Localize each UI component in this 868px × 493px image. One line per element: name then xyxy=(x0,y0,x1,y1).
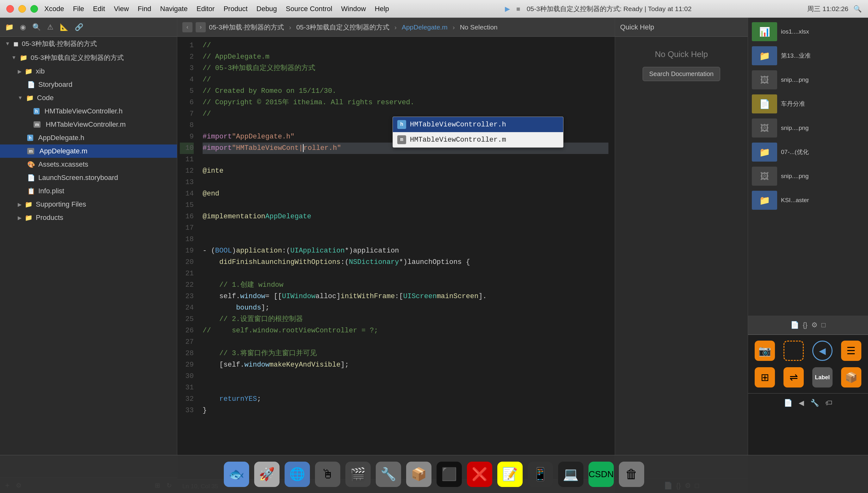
file-thumb-6: 🖼 xyxy=(752,167,777,186)
dock-csdn[interactable]: CSDN xyxy=(589,462,614,487)
obj-bottom-wrench-icon[interactable]: 🔧 xyxy=(810,399,819,407)
sidebar-source-icon[interactable]: ◉ xyxy=(20,23,26,31)
dock-simulator[interactable]: 📱 xyxy=(528,462,553,487)
nav-back-button[interactable]: ‹ xyxy=(182,22,192,32)
dock: 🐟 🚀 🌐 🖱 🎬 🔧 📦 ⬛ ❌ 📝 📱 💻 CSDN 🗑 xyxy=(0,455,868,493)
menu-edit[interactable]: Edit xyxy=(93,5,105,13)
breadcrumb-part2[interactable]: 05-3种加载自定义控制器的方式 xyxy=(296,23,389,32)
search-icon[interactable]: 🔍 xyxy=(853,5,862,13)
obj-item-list[interactable]: ☰ xyxy=(837,338,865,363)
close-button[interactable] xyxy=(6,5,14,13)
obj-bottom-doc-icon[interactable]: 📄 xyxy=(784,399,792,407)
dock-vnc[interactable]: 💻 xyxy=(558,462,584,487)
sidebar-item-root[interactable]: ▼ ◼ 05-3种加载·控制器的方式 xyxy=(0,37,177,51)
menu-debug[interactable]: Debug xyxy=(256,5,277,13)
breadcrumb-part4[interactable]: No Selection xyxy=(460,23,498,31)
sidebar-folder-icon[interactable]: 📁 xyxy=(5,23,14,31)
sidebar-products-label: Products xyxy=(36,214,63,222)
sidebar-item-supporting-files[interactable]: ▶ 📁 Supporting Files xyxy=(0,198,177,211)
menu-help[interactable]: Help xyxy=(375,5,389,13)
dock-terminal[interactable]: ⬛ xyxy=(436,462,462,487)
sidebar-item-appdelegate-h[interactable]: h AppDelegate.h xyxy=(0,131,177,145)
menu-product[interactable]: Product xyxy=(224,5,248,13)
obj-item-back[interactable]: ◀ xyxy=(809,338,836,363)
menu-find[interactable]: Find xyxy=(138,5,151,13)
obj-code-icon[interactable]: {} xyxy=(803,321,807,329)
file-item-4[interactable]: 🖼 snip....png xyxy=(748,116,868,140)
breadcrumb-part3[interactable]: AppDelegate.m xyxy=(402,23,448,31)
sidebar-item-infoplist[interactable]: 📋 Info.plist xyxy=(0,185,177,198)
sidebar-project-label: 05-3种加载自定义控制器的方式 xyxy=(31,53,124,62)
dock-launchpad[interactable]: 🚀 xyxy=(254,462,279,487)
sidebar-root-label: 05-3种加载·控制器的方式 xyxy=(22,39,97,48)
dock-safari[interactable]: 🌐 xyxy=(284,462,310,487)
file-item-7[interactable]: 📁 KSI...aster xyxy=(748,189,868,212)
dock-xmind[interactable]: ❌ xyxy=(467,462,492,487)
obj-item-dashed-rect[interactable] xyxy=(780,338,807,363)
sidebar-item-appdelegate-m[interactable]: m AppDelegate.m xyxy=(0,145,177,158)
file-item-3[interactable]: 📄 车丹分准 xyxy=(748,92,868,115)
obj-file-icon[interactable]: 📄 xyxy=(791,321,799,329)
menu-source-control[interactable]: Source Control xyxy=(286,5,333,13)
file-item-1[interactable]: 📁 第13...业准 xyxy=(748,44,868,67)
sidebar-item-code[interactable]: ▼ 📁 Code xyxy=(0,91,177,105)
menu-xcode[interactable]: Xcode xyxy=(44,5,64,13)
sidebar-warning-icon[interactable]: ⚠ xyxy=(47,23,53,31)
search-documentation-button[interactable]: Search Documentation xyxy=(643,67,720,81)
obj-item-label[interactable]: Label xyxy=(809,365,836,390)
menu-editor[interactable]: Editor xyxy=(197,5,214,13)
code-line-23: self.window = [[UIWindow alloc] initWith… xyxy=(203,291,609,302)
sidebar-supporting-files-label: Supporting Files xyxy=(36,200,86,209)
dock-trash[interactable]: 🗑 xyxy=(619,462,644,487)
code-editor[interactable]: // // AppDelegate.m // 05-3种加载自定义控制器的方式 … xyxy=(196,37,615,479)
run-button[interactable]: ▶ xyxy=(505,5,510,13)
sidebar-item-hmtvc-h[interactable]: h HMTableViewController.h xyxy=(0,105,177,118)
sidebar-search-icon[interactable]: 🔍 xyxy=(32,23,41,31)
obj-bottom-back-icon[interactable]: ◀ xyxy=(799,399,804,407)
obj-bottom-tag-icon[interactable]: 🏷 xyxy=(825,399,832,407)
obj-item-toggle[interactable]: ⇌ xyxy=(780,365,807,390)
autocomplete-item-0[interactable]: h HMTableViewController.h xyxy=(393,117,563,132)
dock-notes[interactable]: 📝 xyxy=(497,462,523,487)
sidebar-item-hmtvc-m[interactable]: m HMTableViewController.m xyxy=(0,118,177,131)
sidebar-item-assets[interactable]: 🎨 Assets.xcassets xyxy=(0,158,177,171)
sidebar-item-products[interactable]: ▶ 📁 Products xyxy=(0,211,177,224)
obj-item-camera[interactable]: 📷 xyxy=(751,338,779,363)
stop-button[interactable]: ■ xyxy=(516,5,520,13)
file-item-2[interactable]: 🖼 snip....png xyxy=(748,68,868,91)
sidebar-item-project[interactable]: ▼ 📁 05-3种加载自定义控制器的方式 xyxy=(0,51,177,65)
file-item-5[interactable]: 📁 07-...(优化 xyxy=(748,141,868,164)
code-line-19: - (BOOL)application:(UIApplication *)app… xyxy=(203,245,609,257)
file-item-0[interactable]: 📊 ios1....xlsx xyxy=(748,20,868,43)
menu-navigate[interactable]: Navigate xyxy=(160,5,188,13)
code-line-17 xyxy=(203,222,609,234)
obj-item-grid[interactable]: ⊞ xyxy=(751,365,779,390)
sidebar-item-storyboard[interactable]: 📄 Storyboard xyxy=(0,78,177,91)
dock-tools[interactable]: 🔧 xyxy=(376,462,401,487)
file-item-6[interactable]: 🖼 snip....png xyxy=(748,165,868,188)
nav-forward-button[interactable]: › xyxy=(196,22,206,32)
obj-item-box[interactable]: 📦 xyxy=(837,365,865,390)
menu-file[interactable]: File xyxy=(73,5,84,13)
maximize-button[interactable] xyxy=(30,5,38,13)
traffic-lights xyxy=(6,5,38,13)
obj-settings-icon[interactable]: ⚙ xyxy=(811,321,818,329)
autocomplete-item-1[interactable]: m HMTableViewController.m xyxy=(393,132,563,147)
menu-window[interactable]: Window xyxy=(341,5,366,13)
dock-finder[interactable]: 🐟 xyxy=(224,462,249,487)
breadcrumb-part1[interactable]: 05-3种加载·控制器的方式 xyxy=(209,23,284,32)
title-center: ▶ ■ 05-3种加载自定义控制器的方式: Ready | Today at 1… xyxy=(395,4,801,13)
sidebar-link-icon[interactable]: 🔗 xyxy=(75,23,83,31)
dock-mouse[interactable]: 🖱 xyxy=(315,462,340,487)
code-area[interactable]: 12345 6789 10 1112131415 1617181920 2122… xyxy=(177,37,615,479)
obj-square-icon[interactable]: □ xyxy=(821,321,826,329)
dashed-rect-icon xyxy=(783,341,804,361)
sidebar-item-xib[interactable]: ▶ 📁 xib xyxy=(0,65,177,78)
menu-view[interactable]: View xyxy=(114,5,129,13)
back-icon: ◀ xyxy=(812,341,832,361)
minimize-button[interactable] xyxy=(18,5,26,13)
dock-dvd[interactable]: 🎬 xyxy=(345,462,371,487)
dock-archive[interactable]: 📦 xyxy=(406,462,432,487)
sidebar-item-launchscreen[interactable]: 📄 LaunchScreen.storyboard xyxy=(0,171,177,185)
sidebar-layout-icon[interactable]: 📐 xyxy=(60,23,68,31)
